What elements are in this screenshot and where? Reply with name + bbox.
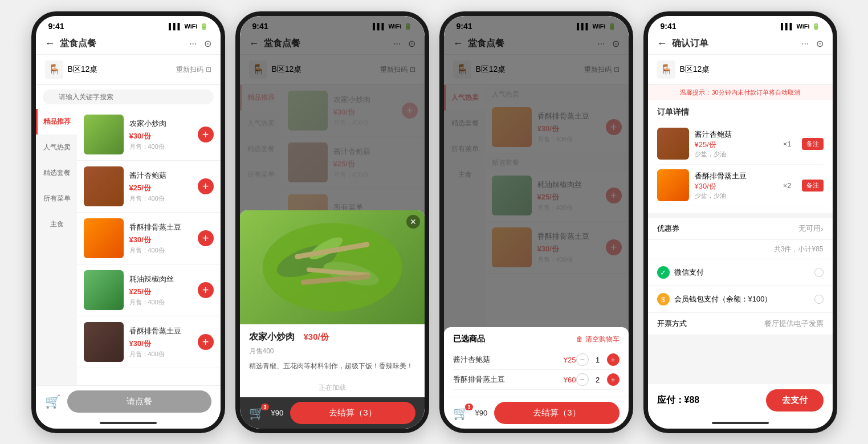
add-btn-1[interactable]: +	[198, 178, 214, 194]
cat-item-recommended[interactable]: 精品推荐	[36, 109, 77, 135]
qty-num-0: 1	[592, 356, 604, 364]
cart-header-title-3: 已选商品	[453, 334, 485, 344]
status-time-1: 9:41	[48, 22, 64, 31]
status-time-4: 9:41	[661, 22, 677, 31]
order-section-title-4: 订单详情	[657, 107, 824, 117]
home-indicator-1	[100, 422, 157, 424]
payment-row-wechat[interactable]: ✓ 微信支付	[648, 259, 833, 286]
table-info-4: 🪑 B区12桌	[657, 60, 710, 79]
back-button-1[interactable]: ←	[45, 38, 55, 50]
nav-right-1: ··· ⊙	[189, 38, 211, 49]
add-btn-3[interactable]: +	[198, 282, 214, 298]
dish-name-2: 香酥排骨蒸土豆	[129, 222, 192, 233]
target-icon-1[interactable]: ⊙	[204, 38, 211, 49]
dish-item-1: 酱汁杏鲍菇 ¥25/份 月售：400份 +	[77, 161, 221, 213]
back-button-4[interactable]: ←	[657, 38, 667, 50]
cart-clear-3[interactable]: 🗑 清空购物车	[576, 335, 620, 344]
more-icon-1[interactable]: ···	[189, 39, 197, 49]
invoice-label-4: 开票方式	[657, 319, 687, 329]
search-wrap-1: 🔍	[43, 89, 214, 104]
battery-icon-4: 🔋	[812, 23, 820, 30]
rescan-1[interactable]: 重新扫码 ⊡	[176, 65, 211, 75]
order-button-1[interactable]: 请点餐	[67, 390, 211, 413]
nav-left-1: ← 堂食点餐	[45, 38, 96, 50]
order-item-0: 酱汁杏鲍菇 ¥25/份 少盐，少油 ×1 备注	[657, 123, 824, 165]
wallet-radio-4[interactable]	[814, 295, 824, 304]
qty-minus-1[interactable]: −	[576, 373, 589, 386]
coupon-row-4[interactable]: 优惠券 无可用 ›	[648, 218, 833, 240]
checkout-btn-3[interactable]: 去结算（3）	[494, 402, 619, 417]
cart-icon-2[interactable]: 🛒 3	[249, 406, 264, 421]
target-icon-4[interactable]: ⊙	[816, 38, 824, 49]
checkout-btn-2[interactable]: 去结算（3）	[290, 402, 415, 424]
dish-info-0: 农家小炒肉 ¥30/份 月售：400份	[129, 119, 192, 151]
qty-control-1: − 2 +	[576, 373, 620, 386]
search-input-1[interactable]	[43, 89, 214, 104]
order-item-name-0: 酱汁杏鲍菇	[695, 129, 773, 140]
order-item-note-0: 少盐，少油	[695, 150, 773, 158]
warning-text-4: 温馨提示：30分钟内未付款订单将自动取消	[648, 85, 833, 100]
wechat-radio-4[interactable]	[814, 268, 824, 277]
dish-price-4: ¥30/份	[129, 339, 192, 349]
payment-row-wallet[interactable]: $ 会员钱包支付（余额：¥100）	[648, 286, 833, 313]
order-item-info-0: 酱汁杏鲍菇 ¥25/份 少盐，少油	[695, 129, 773, 158]
modal-sales-2: 月售400	[249, 347, 415, 356]
nav-bar-1: ← 堂食点餐 ··· ⊙	[36, 33, 221, 55]
more-icon-4[interactable]: ···	[801, 39, 809, 49]
category-nav-1: 精品推荐 人气热卖 精选套餐 所有菜单 主食	[36, 109, 77, 385]
pay-bottom-4: 应付：¥88 去支付	[648, 383, 833, 417]
wallet-label-4: 会员钱包支付（余额：¥100）	[674, 294, 772, 304]
dish-info-3: 耗油辣椒肉丝 ¥25/份 月售：400份	[129, 274, 192, 307]
cat-item-sets[interactable]: 精选套餐	[36, 160, 77, 186]
add-btn-2[interactable]: +	[198, 230, 214, 246]
search-bar-1: 🔍	[36, 85, 221, 109]
order-item-price-0: ¥25/份	[695, 140, 773, 150]
add-btn-4[interactable]: +	[198, 334, 214, 350]
dish-item-2: 香酥排骨蒸土豆 ¥30/份 月售：400份 +	[77, 213, 221, 264]
cart-dish-name-1: 香酥排骨蒸土豆	[453, 374, 548, 385]
remark-btn-0[interactable]: 备注	[802, 138, 824, 150]
table-icon-1: 🪑	[45, 60, 63, 79]
cart-overlay-3[interactable]: 已选商品 🗑 清空购物车 酱汁杏鲍菇 ¥25 − 1 +	[444, 85, 629, 417]
table-name-1: B区12桌	[68, 64, 98, 75]
home-bar-4	[648, 417, 833, 429]
add-btn-0[interactable]: +	[198, 127, 214, 142]
order-item-img-0	[657, 128, 689, 160]
cart-total-3: ¥90	[475, 409, 488, 417]
bottom-bar-1: 🛒 请点餐	[36, 385, 221, 417]
nav-right-4: ··· ⊙	[801, 38, 823, 49]
qty-plus-0[interactable]: +	[607, 353, 620, 366]
cart-dish-name-0: 酱汁杏鲍菇	[453, 355, 548, 365]
dish-img-4	[84, 322, 124, 362]
pay-button-4[interactable]: 去支付	[766, 389, 824, 412]
cart-row-1: 香酥排骨蒸土豆 ¥60 − 2 +	[453, 370, 620, 390]
status-bar-1: 9:41 ▌▌▌ WiFi 🔋	[36, 16, 221, 33]
order-item-name-1: 香酥排骨蒸土豆	[695, 171, 773, 181]
trash-icon-3: 🗑	[576, 335, 583, 343]
pay-amount-4: 应付：¥88	[657, 394, 700, 406]
qty-minus-0[interactable]: −	[576, 353, 589, 366]
dish-sales-2: 月售：400份	[129, 246, 192, 255]
cat-item-all[interactable]: 所有菜单	[36, 186, 77, 211]
wallet-icon-4: $	[657, 293, 670, 305]
dish-img-2	[84, 218, 124, 258]
order-item-qty-1: ×2	[783, 181, 792, 190]
order-item-price-1: ¥30/份	[695, 181, 773, 192]
home-bar-1	[36, 417, 221, 429]
modal-dish-price-2: ¥30/份	[304, 332, 329, 343]
cat-item-staple[interactable]: 主食	[36, 211, 77, 237]
cart-icon-1[interactable]: 🛒	[45, 394, 60, 409]
modal-overlay-2[interactable]: ✕ 农家小炒肉 ¥30/份	[240, 16, 425, 429]
cart-icon-3[interactable]: 🛒 3	[453, 406, 468, 418]
remark-btn-1[interactable]: 备注	[802, 180, 824, 192]
cat-item-popular[interactable]: 人气热卖	[36, 135, 77, 160]
qty-num-1: 2	[592, 376, 604, 384]
status-icons-1: ▌▌▌ WiFi 🔋	[169, 23, 208, 30]
qty-plus-1[interactable]: +	[607, 373, 620, 386]
table-info-1: 🪑 B区12桌	[45, 60, 98, 79]
chevron-right-icon-4: ›	[821, 225, 823, 233]
cart-badge-2: 3	[261, 404, 268, 410]
bottom-bar-2: 🛒 3 ¥90 去结算（3）	[240, 397, 425, 429]
dish-info-4: 香酥排骨蒸土豆 ¥30/份 月售：400份	[129, 326, 192, 359]
order-item-img-1	[657, 169, 689, 201]
